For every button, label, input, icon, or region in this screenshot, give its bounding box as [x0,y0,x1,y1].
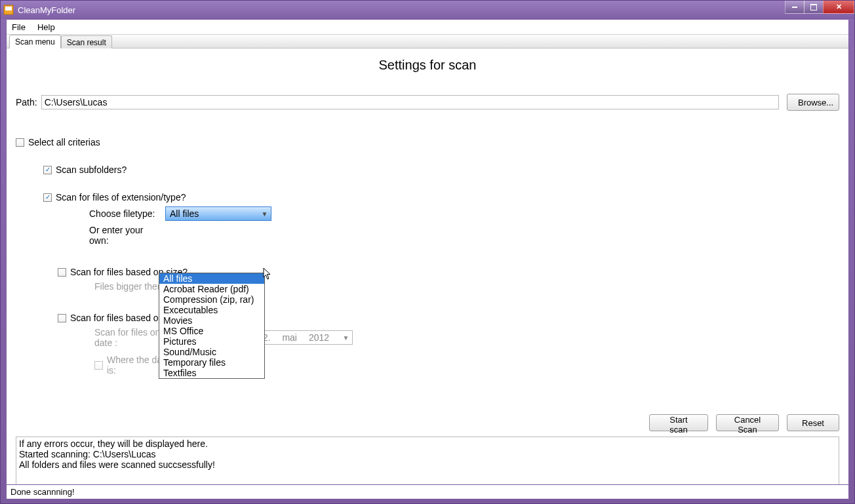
filetype-option[interactable]: All files [159,273,264,284]
filetype-option[interactable]: Movies [159,315,264,326]
client-area: File Help Scan menu Scan result Settings… [6,19,849,485]
app-icon [3,5,14,15]
window-title: CleanMyFolder [18,5,852,15]
filetype-option[interactable]: MS Office [159,326,264,336]
application-window: CleanMyFolder File Help Scan menu Scan r… [0,0,855,504]
select-all-checkbox[interactable] [16,138,24,147]
size-checkbox[interactable] [58,268,66,277]
date-month: mai [282,332,297,343]
choose-filetype-label: Choose filetype: [89,208,161,219]
path-input[interactable] [41,95,779,109]
svg-rect-1 [5,7,12,10]
menu-file[interactable]: File [12,22,26,32]
size-sublabel: Files bigger then: [94,281,165,292]
titlebar[interactable]: CleanMyFolder [1,1,854,19]
filetype-option[interactable]: Sound/Music [159,347,264,357]
tab-scan-menu[interactable]: Scan menu [9,35,61,48]
page-title: Settings for scan [16,58,839,73]
reset-button[interactable]: Reset [787,414,839,431]
filetype-option[interactable]: Excecutables [159,305,264,315]
filetype-combo[interactable]: All files ▼ [165,206,271,221]
tab-scan-result[interactable]: Scan result [61,35,112,48]
date-picker[interactable]: 12. mai 2012 ▼ [254,330,353,345]
filetype-option[interactable]: Textfiles [159,368,264,378]
close-button[interactable] [823,1,854,14]
action-buttons: Start scan Cancel Scan Reset [649,414,839,431]
filetype-option[interactable]: Pictures [159,336,264,347]
window-controls [785,1,854,14]
extension-checkbox[interactable] [43,193,52,202]
menu-help[interactable]: Help [37,22,55,32]
chevron-down-icon: ▼ [341,334,351,341]
filetype-option[interactable]: Acrobat Reader (pdf) [159,284,264,294]
filetype-option[interactable]: Compression (zip, rar) [159,294,264,305]
maximize-button[interactable] [804,1,824,14]
subfolders-checkbox[interactable] [43,166,52,174]
select-all-label: Select all criterias [28,137,100,147]
chevron-down-icon: ▼ [260,210,269,218]
path-label: Path: [16,97,37,107]
where-date-checkbox[interactable] [94,361,103,370]
date-checkbox[interactable] [58,314,66,322]
statusbar: Done scannning! [6,485,849,499]
filetype-option[interactable]: Temporary files [159,357,264,368]
log-line: Started scanning: C:\Users\Lucas [19,449,836,459]
subfolders-label: Scan subfolders? [56,165,127,175]
date-year: 2012 [309,332,329,343]
cancel-scan-button[interactable]: Cancel Scan [716,414,779,431]
minimize-button[interactable] [785,1,805,14]
start-scan-button[interactable]: Start scan [649,414,708,431]
status-text: Done scannning! [10,487,75,497]
enter-own-label: Or enter your own: [89,225,161,246]
log-line: If any errors occur, they will be displa… [19,438,836,449]
filetype-dropdown[interactable]: All files Acrobat Reader (pdf) Compressi… [159,273,265,379]
extension-label: Scan for files of extension/type? [56,192,186,203]
menubar: File Help [7,20,848,34]
log-line: All folders and files were scanned succs… [19,459,836,470]
content-area: Settings for scan Path: Browse... Select… [7,48,848,484]
browse-button[interactable]: Browse... [787,94,839,111]
filetype-selected-value: All files [170,208,199,219]
log-textbox[interactable]: If any errors occur, they will be displa… [16,436,839,484]
tabstrip: Scan menu Scan result [7,34,848,48]
